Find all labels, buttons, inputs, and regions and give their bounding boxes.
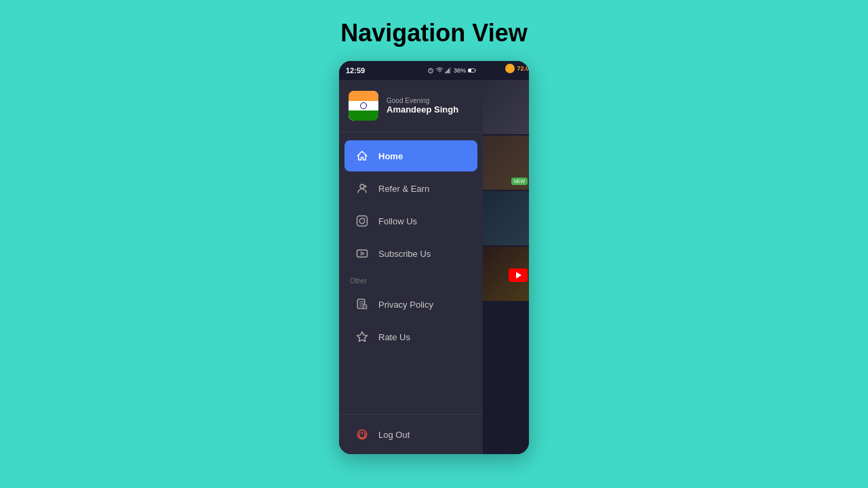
youtube-icon	[355, 247, 369, 260]
content-card-1	[483, 80, 529, 134]
nav-label-home: Home	[378, 151, 403, 161]
refer-icon	[355, 182, 369, 195]
nav-label-refer: Refer & Earn	[378, 184, 429, 194]
nav-item-refer[interactable]: Refer & Earn	[344, 173, 477, 204]
wifi-icon	[436, 67, 443, 74]
nav-item-subscribe[interactable]: Subscribe Us	[344, 238, 477, 269]
svg-rect-4	[448, 69, 449, 74]
instagram-icon	[355, 214, 369, 228]
play-triangle-icon	[516, 272, 521, 279]
coin-display: 72.0	[505, 64, 529, 73]
svg-rect-13	[357, 250, 368, 258]
logout-icon	[355, 428, 369, 441]
status-bar: 12:59	[339, 61, 483, 80]
nav-item-logout[interactable]: Log Out	[344, 419, 477, 450]
coin-icon	[505, 64, 515, 73]
coin-value: 72.0	[517, 65, 529, 72]
nav-label-logout: Log Out	[378, 430, 410, 440]
nav-item-rate[interactable]: Rate Us	[344, 321, 477, 352]
nav-label-rate: Rate Us	[378, 332, 410, 342]
svg-point-11	[359, 218, 365, 224]
user-info: Good Evening Amandeep Singh	[387, 97, 458, 115]
svg-rect-5	[450, 67, 450, 73]
avatar	[349, 91, 378, 121]
nav-item-privacy[interactable]: Privacy Policy	[344, 289, 477, 320]
nav-label-subscribe: Subscribe Us	[378, 249, 431, 259]
nav-items-container: Home Refer & Earn	[339, 132, 483, 414]
svg-rect-8	[475, 70, 476, 71]
home-icon	[355, 149, 369, 163]
star-icon	[355, 330, 369, 344]
username-text: Amandeep Singh	[387, 104, 458, 115]
content-peek: 72.0 NEW	[483, 61, 529, 454]
battery-icon	[468, 68, 476, 73]
nav-label-follow: Follow Us	[378, 216, 417, 226]
page-title: Navigation View	[340, 19, 527, 47]
badge: NEW	[511, 178, 528, 185]
phone-mockup: 12:59	[339, 61, 529, 454]
greeting-text: Good Evening	[387, 97, 458, 104]
status-icons: 36%	[427, 67, 476, 74]
privacy-icon	[355, 298, 369, 311]
status-time: 12:59	[346, 66, 365, 75]
svg-point-12	[364, 218, 366, 219]
user-header: Good Evening Amandeep Singh	[339, 80, 483, 132]
alarm-icon	[427, 67, 434, 74]
svg-rect-3	[447, 70, 448, 74]
signal-icon	[445, 67, 452, 74]
chakra	[360, 102, 367, 109]
nav-bottom: Log Out	[339, 414, 483, 454]
nav-label-privacy: Privacy Policy	[378, 300, 433, 310]
play-button[interactable]	[509, 268, 528, 282]
section-other: Other	[339, 270, 483, 287]
svg-point-1	[439, 73, 440, 73]
battery-status: 36%	[454, 67, 466, 74]
navigation-drawer: 12:59	[339, 61, 483, 454]
svg-rect-10	[357, 216, 368, 226]
content-card-3	[483, 191, 529, 245]
svg-rect-2	[446, 72, 446, 74]
svg-rect-7	[469, 69, 471, 72]
nav-item-follow[interactable]: Follow Us	[344, 205, 477, 237]
nav-item-home[interactable]: Home	[344, 140, 477, 171]
